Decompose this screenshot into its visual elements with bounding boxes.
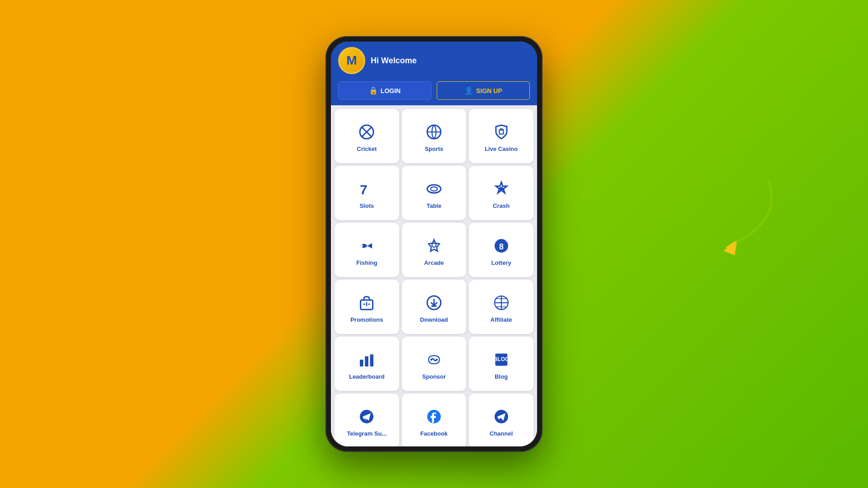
facebook-label: Facebook <box>420 430 448 437</box>
lottery-label: Lottery <box>491 259 511 266</box>
sponsor-label: Sponsor <box>422 373 446 380</box>
slots-label: Slots <box>359 202 374 209</box>
arrow-svg <box>678 172 778 262</box>
blog-label: Blog <box>495 373 508 380</box>
svg-point-9 <box>361 244 363 247</box>
fishing-icon <box>357 236 377 256</box>
login-button[interactable]: 🔒 LOGIN <box>338 81 431 100</box>
menu-item-affiliate[interactable]: Affiliate <box>469 280 533 334</box>
promotions-icon <box>357 293 377 313</box>
promotions-label: Promotions <box>350 316 383 323</box>
menu-item-download[interactable]: Download <box>402 280 467 334</box>
menu-item-channel[interactable]: Channel <box>469 394 533 446</box>
header-top: M Hi Welcome <box>331 42 537 78</box>
svg-point-25 <box>430 358 433 361</box>
app-header: M Hi Welcome 🔒 LOGIN 👤 SIGN UP <box>331 42 537 105</box>
menu-item-slots[interactable]: 7 Slots <box>335 166 399 220</box>
welcome-text: Hi Welcome <box>371 56 417 66</box>
menu-item-table[interactable]: Table <box>402 166 467 220</box>
lottery-icon: 8 <box>491 236 511 256</box>
menu-item-cricket[interactable]: Cricket <box>335 109 399 163</box>
auth-bar: 🔒 LOGIN 👤 SIGN UP <box>331 78 537 105</box>
menu-item-promotions[interactable]: Promotions <box>335 280 399 334</box>
crash-label: Crash <box>493 202 509 209</box>
svg-point-8 <box>499 187 503 191</box>
svg-rect-22 <box>365 356 369 366</box>
menu-item-fishing[interactable]: Fishing <box>335 223 399 277</box>
svg-rect-23 <box>370 354 374 366</box>
menu-item-live-casino[interactable]: Live Casino <box>469 109 533 163</box>
menu-item-telegram-support[interactable]: Telegram Su... <box>335 394 399 446</box>
affiliate-icon <box>491 293 511 313</box>
svg-point-10 <box>432 243 436 247</box>
download-label: Download <box>420 316 448 323</box>
table-label: Table <box>426 202 441 209</box>
menu-item-lottery[interactable]: 8 Lottery <box>469 223 533 277</box>
menu-grid: Cricket Sports Live Casino 7 <box>331 105 537 446</box>
download-icon <box>424 293 444 313</box>
cricket-label: Cricket <box>357 145 377 152</box>
phone-frame: M Hi Welcome 🔒 LOGIN 👤 SIGN UP <box>326 36 542 452</box>
live-casino-label: Live Casino <box>485 145 518 152</box>
menu-item-arcade[interactable]: Arcade <box>402 223 467 277</box>
svg-marker-24 <box>371 353 373 355</box>
telegram-support-icon <box>357 407 377 427</box>
table-icon <box>424 179 444 199</box>
menu-item-crash[interactable]: Crash <box>469 166 533 220</box>
arrow-annotation <box>678 172 778 264</box>
leaderboard-icon <box>357 350 377 370</box>
facebook-icon <box>424 407 444 427</box>
svg-point-7 <box>430 187 437 191</box>
menu-item-sponsor[interactable]: Sponsor <box>402 337 467 391</box>
telegram-support-label: Telegram Su... <box>347 430 387 437</box>
phone-screen: M Hi Welcome 🔒 LOGIN 👤 SIGN UP <box>331 42 537 446</box>
arcade-icon <box>424 236 444 256</box>
cricket-icon <box>357 122 377 142</box>
svg-point-26 <box>436 358 438 361</box>
live-casino-icon <box>491 122 511 142</box>
menu-item-blog[interactable]: BLOG Blog <box>469 337 533 391</box>
svg-text:8: 8 <box>499 242 504 251</box>
blog-icon: BLOG <box>491 350 511 370</box>
menu-item-leaderboard[interactable]: Leaderboard <box>335 337 399 391</box>
slots-icon: 7 <box>357 179 377 199</box>
sports-label: Sports <box>425 145 443 152</box>
app-logo: M <box>338 47 365 74</box>
channel-label: Channel <box>490 430 513 437</box>
menu-item-facebook[interactable]: Facebook <box>402 394 467 446</box>
crash-icon <box>491 179 511 199</box>
signup-button[interactable]: 👤 SIGN UP <box>437 81 530 100</box>
affiliate-label: Affiliate <box>491 316 512 323</box>
svg-marker-32 <box>723 242 737 255</box>
svg-rect-21 <box>360 360 363 366</box>
menu-item-sports[interactable]: Sports <box>402 109 467 163</box>
sports-icon <box>424 122 444 142</box>
arcade-label: Arcade <box>424 259 444 266</box>
svg-text:7: 7 <box>360 182 368 197</box>
leaderboard-label: Leaderboard <box>349 373 385 380</box>
fishing-label: Fishing <box>356 259 377 266</box>
sponsor-icon <box>424 350 444 370</box>
svg-text:BLOG: BLOG <box>493 356 509 362</box>
svg-point-6 <box>427 185 441 193</box>
channel-icon <box>491 407 511 427</box>
